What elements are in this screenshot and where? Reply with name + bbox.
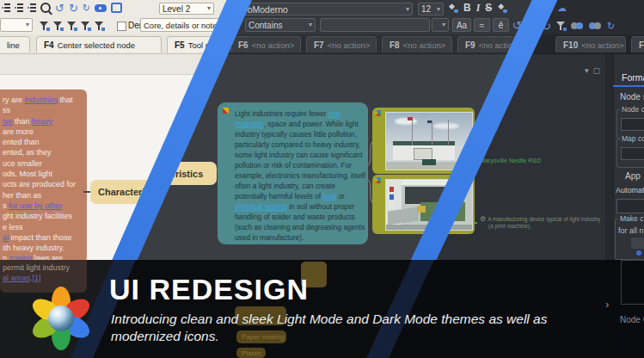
fkey-tab-line[interactable]: line (0, 36, 30, 52)
toolbar-row1-light: ↺ ↻ ↻ (2, 2, 122, 14)
search-options-combo[interactable]: ▾ (432, 18, 449, 32)
map-color-input[interactable] (621, 147, 644, 160)
style-level-combo[interactable]: Level 2▾ (159, 3, 214, 15)
node-spacing-icon[interactable] (2, 2, 10, 14)
apply-button[interactable]: App (625, 171, 641, 181)
chevron-down-icon: ▾ (437, 6, 440, 13)
tab-format[interactable]: Format (622, 72, 644, 83)
find-previous-icon[interactable]: ↺ (512, 20, 522, 31)
redo-list-icon[interactable]: ↻ (83, 2, 90, 14)
font-family-combo[interactable]: MuseoModerno▾ (222, 3, 413, 15)
search-mode-combo[interactable]: Contains▾ (245, 18, 316, 32)
filter-icons-light (40, 20, 104, 32)
undo-icon[interactable]: ↺ (55, 2, 64, 14)
collapse-panel-icon[interactable]: ▾ (585, 66, 589, 75)
photo-node-nestle[interactable] (372, 108, 475, 174)
light-industry-note-node-dark[interactable]: Light industries require fewer rawmateri… (218, 102, 368, 244)
automatic-layout-label: Automat (616, 186, 644, 194)
paste-format-icon[interactable]: ☁ (557, 2, 567, 14)
panel-section-title: Node st (620, 92, 644, 102)
show-ancestors-icon[interactable] (571, 22, 584, 30)
characteristics-node-light[interactable]: Characteris (90, 180, 160, 204)
note-link[interactable]: heavy (32, 117, 52, 126)
fkey-tab-f8[interactable]: F8<no action> (382, 36, 452, 52)
banner-overlay (0, 260, 644, 358)
attachment-icon[interactable] (375, 177, 381, 183)
maximize-panel-icon[interactable]: ▢ (593, 66, 601, 75)
chevron-down-icon: ▾ (309, 22, 312, 28)
clone-node-icon[interactable] (111, 2, 122, 14)
filter-icons-dark: ↻ ↻ (542, 20, 615, 32)
photo-node-machine[interactable] (372, 175, 475, 234)
approximate-match-button[interactable]: ≈ (474, 18, 490, 32)
note-link[interactable]: materials (235, 120, 264, 128)
filter-scope-combo[interactable]: Core, details or note▾ (140, 18, 226, 32)
gear-icon: ⚙ (480, 215, 486, 223)
note-link[interactable]: chemical wastes (235, 202, 287, 211)
photo1-label[interactable]: Marysville Nestle R&D (480, 157, 542, 164)
fkey-tab-f10[interactable]: F10<no action> (555, 36, 626, 52)
attachment-icon[interactable] (375, 110, 381, 116)
fkey-tab-f4[interactable]: F4Center selected node (36, 36, 162, 52)
format-icons-dark: B I S (448, 2, 507, 14)
deny-checkbox[interactable] (117, 22, 126, 31)
zoom-icon[interactable] (40, 2, 51, 14)
scope-button[interactable] (631, 238, 644, 249)
reapply-filter-icon[interactable]: ↻ (607, 20, 615, 32)
light-industry-note-node[interactable]: ry are industries thatssive than heavyar… (0, 90, 87, 262)
strikethrough-button[interactable]: S (485, 2, 492, 14)
italic-button[interactable]: I (476, 2, 481, 14)
chevron-down-icon: ▾ (26, 22, 29, 28)
outline-levels-icon[interactable] (28, 2, 36, 14)
characteristics-node-dark[interactable]: cteristics (158, 162, 217, 185)
node-colors-legend: Node c (620, 105, 644, 114)
insert-node-icon[interactable] (95, 2, 107, 14)
format-icons-dark-right: ☁ ☁ (542, 2, 567, 14)
bold-button[interactable]: B (463, 2, 471, 14)
note-text: ry are industries thatssive than heavyar… (3, 95, 87, 262)
photo2-label[interactable]: ⚙A manufacturing device typical of light… (480, 216, 600, 230)
edit-filter-icon[interactable] (95, 20, 104, 32)
copy-format-icon[interactable]: ☁ (542, 2, 551, 14)
note-link[interactable]: ive (3, 117, 13, 126)
note-link[interactable]: raw (328, 109, 340, 118)
note-link[interactable]: industries (25, 96, 58, 104)
filter-history-combo[interactable]: ▾ (0, 18, 33, 32)
app-window: ↺ ↻ ↻ Level 2▾ ▾ Deny Core, details or n… (0, 0, 644, 358)
filter-icon[interactable] (556, 20, 566, 32)
chevron-down-icon: ▾ (406, 6, 409, 13)
fkey-tab-f6[interactable]: F6<no action> (230, 36, 301, 52)
quick-filter-icon[interactable] (53, 20, 63, 32)
node-color-icon[interactable] (448, 3, 458, 13)
node-connector (83, 191, 90, 193)
node-details-icon[interactable] (223, 108, 229, 114)
machine-photo (385, 179, 473, 231)
apply-filter-icon[interactable] (40, 20, 49, 32)
font-size-combo[interactable]: 12▾ (418, 3, 444, 15)
note-link[interactable]: al (3, 233, 9, 242)
match-case-button[interactable]: Aa (452, 18, 471, 32)
find-next-icon[interactable]: ↻ (542, 20, 551, 32)
filter-selected-icon[interactable] (67, 20, 77, 32)
chevron-down-icon: ▾ (442, 22, 445, 28)
note-link[interactable]: for use by other (9, 201, 63, 210)
radio-selected-icon[interactable] (636, 250, 641, 256)
ignore-accents-button[interactable]: ê (493, 18, 509, 32)
fkey-tab-f9[interactable]: F9<no action> (457, 36, 528, 52)
chevron-down-icon: ▾ (219, 22, 223, 28)
make-changes-legend: Make c (618, 214, 644, 223)
vertical-gap-icon[interactable] (15, 2, 23, 14)
map-colors-legend: Map co (620, 134, 644, 143)
search-input[interactable] (320, 18, 430, 32)
note-link[interactable]: lead (322, 192, 336, 201)
node-color-input[interactable] (621, 118, 644, 131)
fkey-tab-f11[interactable]: F11 (631, 36, 644, 52)
fkey-tab-f7[interactable]: F7<no action> (306, 36, 377, 52)
redo-icon[interactable]: ↻ (69, 2, 78, 14)
no-filter-icon[interactable] (81, 20, 90, 32)
background-color-icon[interactable] (497, 3, 507, 13)
show-descendants-icon[interactable] (589, 22, 602, 30)
note-text: Light industries require fewer rawmateri… (235, 108, 362, 243)
automatic-layout-combo[interactable] (616, 199, 644, 213)
chevron-down-icon: ▾ (207, 5, 211, 12)
